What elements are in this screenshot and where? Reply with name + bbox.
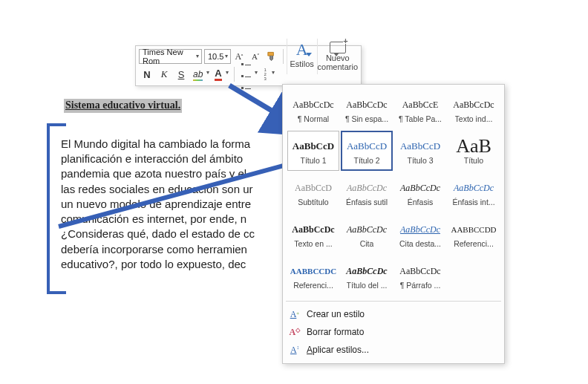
style-sample: AaBbCcE <box>402 95 439 114</box>
styles-group-button[interactable]: A Estilos <box>287 39 317 74</box>
font-size-value: 10.5 <box>208 52 223 61</box>
style-label: Cita desta... <box>399 239 441 248</box>
font-size-select[interactable]: 10.5 ▾ <box>204 49 231 64</box>
style-label: Subtítulo <box>298 198 328 206</box>
style-label: Referenci... <box>454 239 494 248</box>
style-sample: AaBbCcD <box>347 137 387 156</box>
style-sample: AaBbCcDc <box>293 95 333 114</box>
italic-label: K <box>161 68 168 80</box>
style-option[interactable]: AaBbCcDc¶ Párrafo ... <box>394 256 446 296</box>
style-option[interactable]: AaBbCcDcCita <box>341 214 393 254</box>
style-option[interactable]: AABBCCDDReferenci... <box>448 214 500 254</box>
style-sample: AaBbCcDc <box>346 261 387 281</box>
style-option[interactable]: AABBCCDCReferenci... <box>287 256 339 296</box>
bold-button[interactable]: N <box>140 66 154 82</box>
style-sample: AaBbCcDc <box>347 220 387 239</box>
apply-styles-item[interactable]: A↕ Aplicar estilos... <box>283 341 504 359</box>
style-label: Énfasis sutil <box>346 198 388 206</box>
style-label: Título 2 <box>353 156 379 165</box>
eraser-icon: A◇ <box>289 327 301 338</box>
highlight-icon: ab <box>193 69 203 79</box>
bold-label: N <box>143 69 150 80</box>
comment-icon <box>330 42 346 53</box>
styles-gallery: AaBbCcDc¶ NormalAaBbCcDc¶ Sin espa...AaB… <box>282 84 505 364</box>
styles-group-label: Estilos <box>290 60 313 68</box>
style-label: Título <box>464 156 483 165</box>
font-color-icon: A <box>215 68 221 81</box>
font-family-select[interactable]: Times New Rom ▾ <box>139 49 202 64</box>
chevron-down-icon: ▾ <box>196 53 199 59</box>
style-label: ¶ Sin espa... <box>345 114 388 123</box>
separator <box>283 49 284 64</box>
style-sample: AaBbCcDc <box>347 178 387 198</box>
style-sample: AaBbCcDc <box>453 95 494 114</box>
style-option[interactable]: AaBbCcDc¶ Sin espa... <box>341 89 393 129</box>
separator <box>234 67 235 82</box>
create-style-label: Crear un estilo <box>307 309 365 319</box>
font-color-button[interactable]: A <box>212 66 229 82</box>
clear-format-label: Borrar formato <box>307 327 364 337</box>
style-option[interactable]: AaBbCcDcÉnfasis sutil <box>341 172 393 212</box>
style-label: Título 3 <box>407 156 433 165</box>
style-label: ¶ Table Pa... <box>399 114 442 123</box>
document-title[interactable]: Sistema educativo virtual. <box>64 99 182 113</box>
chevron-down-icon: ▾ <box>225 53 228 59</box>
separator <box>286 301 501 302</box>
style-label: Énfasis int... <box>452 198 494 206</box>
style-sample: AaB <box>456 137 491 156</box>
style-option[interactable]: AaBbCcDcÉnfasis int... <box>448 172 500 212</box>
style-label: ¶ Párrafo ... <box>400 281 441 290</box>
style-option[interactable]: AaBbCcDcCita desta... <box>394 214 446 254</box>
style-sample: AABBCCDC <box>290 261 336 281</box>
italic-button[interactable]: K <box>157 66 172 82</box>
apply-styles-icon: A↕ <box>289 345 301 356</box>
format-painter-button[interactable] <box>264 48 279 65</box>
style-sample: AaBbCcDc <box>454 178 494 198</box>
style-label: Referenci... <box>293 281 333 290</box>
underline-button[interactable]: S <box>174 66 189 82</box>
bullets-button[interactable] <box>239 66 258 82</box>
style-sample: AaBbCcDc <box>400 220 440 239</box>
apply-styles-label: Aplicar estilos... <box>307 345 369 355</box>
numbering-icon: 1 2 3 <box>264 68 267 80</box>
style-label: Título 1 <box>300 156 326 165</box>
style-option[interactable]: AaBbCcDcTexto en ... <box>287 214 339 254</box>
numbering-button[interactable]: 1 2 3 <box>261 66 275 82</box>
style-sample: AABBCCDD <box>451 220 496 239</box>
styles-icon: A <box>296 40 308 59</box>
style-option[interactable]: AaBbCcE¶ Table Pa... <box>394 89 446 129</box>
style-sample: AaBbCcD <box>293 137 334 156</box>
style-label: Texto ind... <box>455 114 493 123</box>
style-option[interactable]: AaBbCcDcÉnfasis <box>394 172 446 212</box>
underline-label: S <box>178 69 185 80</box>
style-sample: AaBbCcDc <box>346 95 387 114</box>
new-comment-label-2: comentario <box>318 63 358 71</box>
create-style-icon: A₊ <box>289 309 301 320</box>
style-option[interactable]: AaBbCcDcTítulo del ... <box>341 256 393 296</box>
style-label: ¶ Normal <box>298 114 329 123</box>
style-sample: AaBbCcDc <box>399 261 440 281</box>
style-sample: AaBbCcDc <box>292 220 334 239</box>
style-label: Énfasis <box>408 198 433 206</box>
style-option[interactable]: AaBbCcDTítulo 2 <box>341 131 393 171</box>
style-option[interactable]: AaBbCcDc¶ Normal <box>287 89 339 129</box>
style-option[interactable]: AaBbCcDcTexto ind... <box>448 89 500 129</box>
create-style-item[interactable]: A₊ Crear un estilo <box>283 305 504 323</box>
style-label: Cita <box>360 239 374 248</box>
style-option[interactable]: AaBbCcDTítulo 1 <box>287 131 339 171</box>
style-label: Título del ... <box>347 281 388 290</box>
clear-format-item[interactable]: A◇ Borrar formato <box>283 323 504 341</box>
style-option[interactable]: AaBbCcDTítulo 3 <box>394 131 446 171</box>
style-sample: AaBbCcD <box>295 178 332 198</box>
style-option[interactable]: AaBbCcDSubtítulo <box>287 172 339 212</box>
style-sample: AaBbCcDc <box>400 178 440 198</box>
new-comment-button[interactable]: Nuevo comentario <box>317 39 358 74</box>
style-option[interactable]: AaBTítulo <box>448 131 500 171</box>
font-family-value: Times New Rom <box>143 48 191 65</box>
style-sample: AaBbCcD <box>400 137 440 156</box>
highlight-button[interactable]: ab <box>191 66 210 82</box>
mini-toolbar: Times New Rom ▾ 10.5 ▾ A˄ A˅ A Estilos N… <box>135 45 362 86</box>
style-label: Texto en ... <box>294 239 332 248</box>
